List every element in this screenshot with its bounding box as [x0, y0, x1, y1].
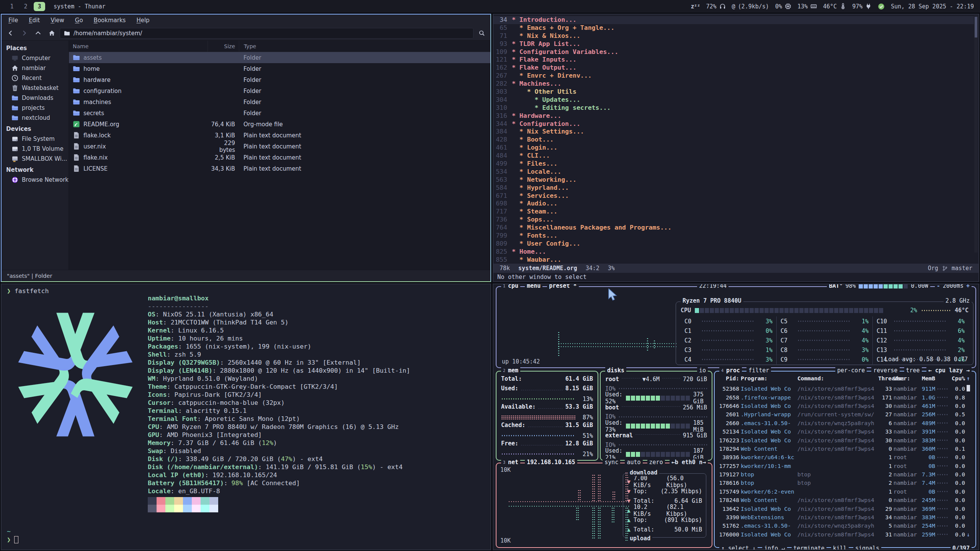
emacs-scrollbar[interactable]: [974, 15, 978, 253]
menu-edit[interactable]: Edit: [29, 17, 40, 24]
org-heading-line-671[interactable]: 671 * Services...: [493, 192, 974, 200]
proc-signals-key[interactable]: signals: [853, 545, 881, 550]
net-sync-button[interactable]: sync: [603, 459, 620, 466]
org-heading-line-316[interactable]: 316* Hardware...: [493, 112, 974, 120]
menu-help[interactable]: Help: [136, 17, 149, 24]
sidebar-item-browse-network[interactable]: Browse Network: [2, 175, 69, 185]
updates-module[interactable]: [878, 3, 885, 10]
process-row-52368[interactable]: 52368Isolated Web Co/nix/store/sm8fmrf3w…: [719, 385, 972, 393]
process-row-2658[interactable]: 2658.firefox-wrappe/nix/store/sm8fmrf3wp…: [719, 393, 972, 401]
org-heading-line-534[interactable]: 534 * Locale...: [493, 168, 974, 176]
workspace-3[interactable]: 3: [34, 2, 45, 11]
file-row-license[interactable]: LICENSE34,3 KiBPlain text document: [69, 163, 490, 174]
sidebar-item-recent[interactable]: Recent: [2, 73, 69, 83]
process-row-178248[interactable]: 178248Web Content/nix/store/sm8fmrf3wps4…: [719, 496, 972, 504]
org-heading-line-303[interactable]: 303 * Other Utils: [493, 88, 974, 96]
file-row-flake-nix[interactable]: flake.nix2,5 KiBPlain text document: [69, 152, 490, 163]
process-row-176646[interactable]: 176646Isolated Web Co/nix/store/sm8fmrf3…: [719, 402, 972, 410]
network-module[interactable]: @(2.9kb/s): [732, 3, 769, 10]
file-row-secrets[interactable]: secretsFolder: [69, 108, 490, 119]
cpu-box-tab[interactable]: 1cpu: [501, 284, 520, 289]
volume-module[interactable]: 72%: [706, 3, 725, 10]
org-heading-line-65[interactable]: 65 * Emacs + Org + Tangle...: [493, 24, 974, 32]
process-row-178294[interactable]: 178294Web Content/nix/store/sm8fmrf3wps4…: [719, 445, 972, 453]
menu-bookmarks[interactable]: Bookmarks: [94, 17, 126, 24]
workspace-2[interactable]: 2: [20, 2, 31, 11]
preset-button[interactable]: preset *: [547, 284, 578, 289]
menu-button[interactable]: menu: [525, 284, 542, 289]
proc-terminate-key[interactable]: terminate: [792, 545, 826, 550]
file-row-flake-lock[interactable]: flake.lock3,1 KiBPlain text document: [69, 130, 490, 141]
sidebar-item-downloads[interactable]: Downloads: [2, 93, 69, 103]
proc-scrollbar-thumb[interactable]: [967, 385, 970, 391]
org-heading-line-121[interactable]: 121* Flake Inputs...: [493, 56, 974, 64]
net-zero-button[interactable]: zero: [647, 459, 665, 466]
proc-info-key[interactable]: info ↵: [762, 545, 787, 550]
org-heading-line-563[interactable]: 563 * Networking...: [493, 176, 974, 184]
file-row-home[interactable]: homeFolder: [69, 63, 490, 74]
process-row-13642[interactable]: 13642Isolated Web Co/nix/store/sm8fmrf3w…: [719, 504, 972, 513]
mem-box-tab[interactable]: 2mem: [501, 367, 520, 374]
org-heading-line-855[interactable]: 855 * Waubar...: [493, 256, 974, 264]
forward-button[interactable]: [18, 28, 30, 39]
sidebar-item-projects[interactable]: projects: [2, 103, 69, 113]
temperature-module[interactable]: 46°C: [823, 3, 846, 10]
org-heading-line-71[interactable]: 71 * Nix & Nixos...: [493, 32, 974, 40]
org-heading-line-499[interactable]: 499 * Files...: [493, 160, 974, 168]
file-row-hardware[interactable]: hardwareFolder: [69, 74, 490, 85]
process-row-177257[interactable]: 177257kworker/10:1-mm_1root0B0.0: [719, 462, 972, 470]
org-heading-line-310[interactable]: 310 * Editing secrets...: [493, 104, 974, 112]
org-heading-line-698[interactable]: 698 * Audio...: [493, 200, 974, 208]
process-row-176223[interactable]: 176223Isolated Web Co/nix/store/sm8fmrf3…: [719, 436, 972, 444]
shell-prompt[interactable]: ~ ❯: [7, 527, 18, 544]
idle-inhibitor-module[interactable]: zᶻᶻ: [691, 3, 700, 10]
org-heading-line-93[interactable]: 93* TLDR App List...: [493, 40, 974, 48]
proc-box-tab[interactable]: 4proc: [719, 367, 742, 374]
cpu-module[interactable]: 0%: [775, 3, 791, 10]
proc-select-keys[interactable]: ↑ select ↓: [719, 545, 758, 550]
org-heading-line-484[interactable]: 484 * CLI...: [493, 152, 974, 160]
process-row-51762[interactable]: 51762.emacs-31.0.50-/nix/store/wnqz5pa8r…: [719, 522, 972, 530]
clock-module[interactable]: Sun, 28 Sep 2025 - 22:19: [891, 3, 974, 10]
menu-go[interactable]: Go: [75, 17, 83, 24]
org-heading-line-461[interactable]: 461 * Login...: [493, 144, 974, 152]
battery-module[interactable]: 97%: [852, 3, 872, 10]
org-heading-line-764[interactable]: 764 * Miscellaneous Packages and Program…: [493, 224, 974, 232]
org-heading-line-428[interactable]: 428 * Boot...: [493, 136, 974, 144]
process-row-2660[interactable]: 2660.emacs-31.0.50-/nix/store/wnqz5pa8ra…: [719, 419, 972, 427]
menu-view[interactable]: View: [51, 17, 64, 24]
filter-button[interactable]: filter: [746, 367, 771, 374]
sidebar-item-nambiar[interactable]: nambiar: [2, 63, 69, 73]
file-row-readme-org[interactable]: README.org76,4 KiBOrg-mode file: [69, 119, 490, 130]
io-toggle[interactable]: io: [697, 367, 708, 374]
home-button[interactable]: [46, 28, 57, 39]
process-row-52134[interactable]: 52134Isolated Web Co/nix/store/sm8fmrf3w…: [719, 427, 972, 436]
proc-option-per-core[interactable]: per-core: [835, 367, 867, 374]
memory-module[interactable]: 13%: [797, 3, 817, 10]
proc-kill-key[interactable]: kill: [831, 545, 849, 550]
org-heading-line-717[interactable]: 717 * Steam...: [493, 208, 974, 216]
search-button[interactable]: [476, 28, 487, 39]
org-heading-line-109[interactable]: 109* Configuration Variables...: [493, 48, 974, 56]
menu-file[interactable]: File: [8, 17, 18, 24]
file-list-header[interactable]: Name Size Type: [69, 41, 490, 52]
workspace-1[interactable]: 1: [6, 2, 18, 11]
file-row-user-nix[interactable]: user.nix229 bytesPlain text document: [69, 141, 490, 152]
file-row-configuration[interactable]: configurationFolder: [69, 85, 490, 96]
org-heading-line-736[interactable]: 736 * Sops...: [493, 216, 974, 224]
sidebar-item-nextcloud[interactable]: nextcloud: [2, 113, 69, 123]
process-row-175749[interactable]: 175749kworker/6:2-even1root0B0.0: [719, 487, 972, 496]
sidebar-item-computer[interactable]: Computer: [2, 53, 69, 63]
proc-option-tree[interactable]: tree: [904, 367, 922, 374]
org-heading-line-267[interactable]: 267 * Envrc + Direnv...: [493, 72, 974, 80]
update-interval-control[interactable]: - 2000ms +: [935, 284, 972, 289]
process-row-3390[interactable]: 3390WebExtensions/nix/store/sm8fmrf3wps4…: [719, 513, 972, 522]
net-box-tab[interactable]: 3net: [501, 459, 520, 466]
proc-option-reverse[interactable]: reverse: [871, 367, 899, 374]
net-auto-button[interactable]: auto: [625, 459, 642, 466]
org-heading-line-584[interactable]: 584 * Hyprland...: [493, 184, 974, 192]
org-heading-line-344[interactable]: 344* Configuration...: [493, 120, 974, 128]
path-field[interactable]: /home/nambiar/system/: [60, 28, 474, 39]
org-heading-line-162[interactable]: 162* Flake Output...: [493, 64, 974, 72]
org-heading-line-799[interactable]: 799 * Fonts...: [493, 232, 974, 240]
